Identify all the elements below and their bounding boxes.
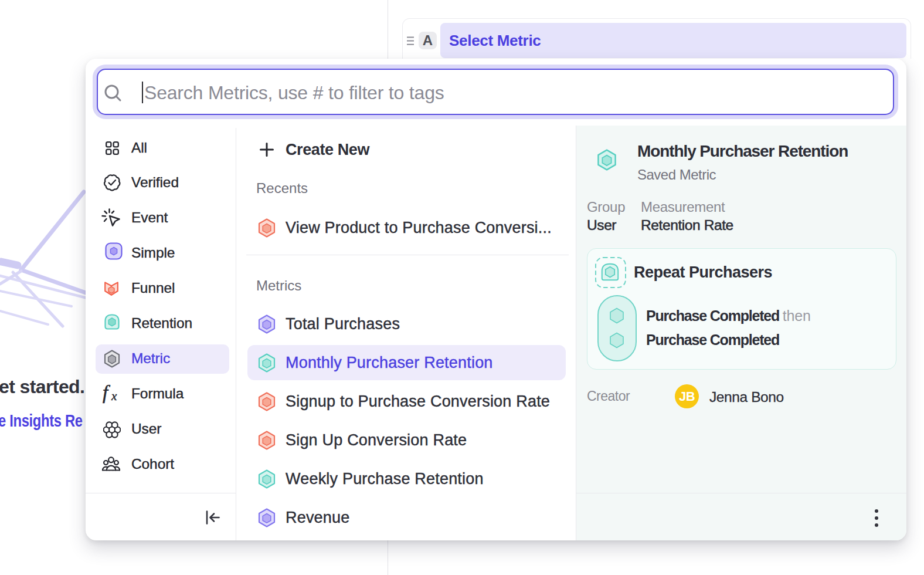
svg-text:x: x [111, 389, 117, 403]
svg-text:f: f [103, 384, 110, 403]
